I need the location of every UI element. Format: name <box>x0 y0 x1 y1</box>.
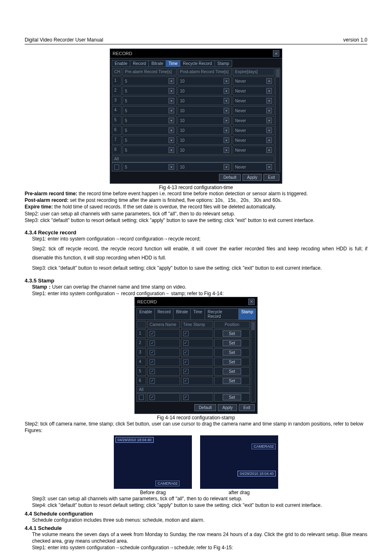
pre-select[interactable]: 5▾ <box>122 106 177 115</box>
tab-bitrate[interactable]: Bitrate <box>148 60 166 67</box>
ts-check[interactable]: ✓ <box>181 358 214 366</box>
expire-text: the hold time of saved records. If the s… <box>53 204 276 210</box>
para3-step4: Step4: click "default" button to resort … <box>32 502 367 509</box>
all-checkbox[interactable] <box>114 164 119 170</box>
ts-check[interactable]: ✓ <box>181 348 214 357</box>
set-button[interactable]: Set <box>223 378 241 384</box>
all-cam-check[interactable]: ✓ <box>147 393 180 402</box>
post-select[interactable]: 10▾ <box>178 116 232 125</box>
default-button[interactable]: Default <box>219 174 241 181</box>
cam-check[interactable]: ✓ <box>147 358 180 366</box>
pre-alarm-text: the record time before event happen i.e.… <box>77 191 308 197</box>
exit-button[interactable]: Exit <box>239 404 255 411</box>
exp-select[interactable]: Never▾ <box>233 96 274 105</box>
table-row: 35▾10▾Never▾ <box>112 96 274 105</box>
tab-time[interactable]: Time <box>166 60 180 67</box>
exp-select[interactable]: Never▾ <box>233 106 274 115</box>
tab-enable[interactable]: Enable <box>112 60 130 67</box>
post-alarm-label: Post-alarm record: <box>25 197 69 203</box>
header-version: version 1.0 <box>343 37 367 43</box>
close-icon[interactable]: ✕ <box>248 298 255 305</box>
post-select[interactable]: 10▾ <box>178 96 232 105</box>
set-button[interactable]: Set <box>223 394 241 400</box>
ch-cell: 1 <box>136 329 146 338</box>
s434-step3: Step3: click "default" button to resort … <box>32 265 367 271</box>
set-button[interactable]: Set <box>223 359 241 365</box>
post-select[interactable]: 10▾ <box>178 106 232 115</box>
set-cell: Set <box>214 329 250 338</box>
ts-check[interactable]: ✓ <box>181 329 214 338</box>
table-row: 3✓✓Set <box>136 348 250 357</box>
post-select[interactable]: 10▾ <box>178 126 232 135</box>
exit-button[interactable]: Exit <box>263 174 279 181</box>
exp-select[interactable]: Never▾ <box>233 86 274 95</box>
pre-select[interactable]: 5▾ <box>122 146 177 155</box>
checkbox: ✓ <box>183 359 189 365</box>
apply-button[interactable]: Apply <box>242 174 262 181</box>
pre-select[interactable]: 5▾ <box>122 76 177 86</box>
chevron-down-icon: ▾ <box>266 164 272 170</box>
set-button[interactable]: Set <box>223 349 241 356</box>
tab-enable[interactable]: Enable <box>136 308 155 320</box>
header-title: Digital Video Recorder User Manual <box>25 37 103 43</box>
all-post-select[interactable]: 10▾ <box>178 162 232 171</box>
ts-check[interactable]: ✓ <box>181 377 214 385</box>
apply-button[interactable]: Apply <box>218 404 237 411</box>
exp-select[interactable]: Never▾ <box>233 146 274 155</box>
camera-tag[interactable]: CAMERA02 <box>155 481 180 486</box>
tab-stamp[interactable]: Stamp <box>238 308 256 320</box>
tab-stamp[interactable]: Stamp <box>214 60 232 67</box>
pre-select[interactable]: 5▾ <box>122 96 177 105</box>
camera-tag[interactable]: CAMERA02 <box>251 444 276 449</box>
post-select[interactable]: 10▾ <box>178 146 232 155</box>
checkbox: ✓ <box>183 331 189 336</box>
tab-recycle[interactable]: Recycle Record <box>180 60 215 67</box>
ch-cell: 2 <box>136 339 146 347</box>
chevron-down-icon: ▾ <box>224 108 229 113</box>
cam-check[interactable]: ✓ <box>147 329 180 338</box>
cam-check[interactable]: ✓ <box>147 367 180 376</box>
figure-caption: Fig 4-14 record configuration-stamp <box>25 415 367 421</box>
tab-record[interactable]: Record <box>130 60 149 67</box>
pre-select[interactable]: 5▾ <box>122 116 177 125</box>
cam-check[interactable]: ✓ <box>147 339 180 347</box>
table-row: 15▾10▾Never▾ <box>112 76 274 86</box>
default-button[interactable]: Default <box>194 404 217 411</box>
scrollbar[interactable] <box>275 68 280 172</box>
post-select[interactable]: 10▾ <box>178 136 232 145</box>
chevron-down-icon: ▾ <box>266 137 272 143</box>
checkbox: ✓ <box>150 378 155 384</box>
ts-check[interactable]: ✓ <box>181 339 214 347</box>
exp-select[interactable]: Never▾ <box>233 76 274 86</box>
post-select[interactable]: 10▾ <box>178 76 232 86</box>
tab-recycle[interactable]: Recycle Record <box>205 308 239 320</box>
pre-select[interactable]: 5▾ <box>122 86 177 95</box>
all-pre-select[interactable]: 5▾ <box>122 162 177 171</box>
post-select[interactable]: 10▾ <box>178 86 232 95</box>
checkbox: ✓ <box>150 359 155 365</box>
timestamp-tag[interactable]: 04/29/2010 18:04:40 <box>115 437 154 443</box>
pre-select[interactable]: 5▾ <box>122 136 177 145</box>
exp-select[interactable]: Never▾ <box>233 116 274 125</box>
all-checkbox[interactable] <box>139 395 144 400</box>
cam-check[interactable]: ✓ <box>147 348 180 357</box>
cam-check[interactable]: ✓ <box>147 377 180 385</box>
scrollbar[interactable] <box>251 321 256 402</box>
set-button[interactable]: Set <box>223 368 241 375</box>
ts-check[interactable]: ✓ <box>181 367 214 376</box>
all-ts-check[interactable]: ✓ <box>181 393 214 402</box>
tab-time[interactable]: Time <box>190 308 205 320</box>
s441-text2: Step1: enter into system configuration→s… <box>25 544 367 551</box>
pre-select[interactable]: 5▾ <box>122 126 177 135</box>
tab-record[interactable]: Record <box>154 308 173 320</box>
all-exp-select[interactable]: Never▾ <box>233 162 274 171</box>
set-button[interactable]: Set <box>223 340 241 346</box>
set-button[interactable]: Set <box>223 331 241 337</box>
close-icon[interactable]: ✕ <box>273 50 279 57</box>
timestamp-tag[interactable]: 04/29/2010 18:04:40 <box>238 471 276 476</box>
tab-bitrate[interactable]: Bitrate <box>173 308 191 320</box>
post-alarm-text: set the post recording time after the al… <box>69 197 282 203</box>
exp-select[interactable]: Never▾ <box>233 126 274 135</box>
set-cell: Set <box>214 358 250 366</box>
exp-select[interactable]: Never▾ <box>233 136 274 145</box>
